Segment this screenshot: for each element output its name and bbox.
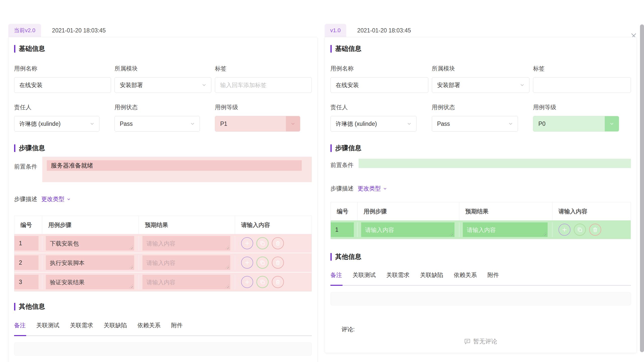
col-header-no: 编号 (331, 202, 357, 220)
tab-underline (14, 335, 312, 336)
section-basic-info: 基础信息 (14, 44, 312, 53)
change-type-link[interactable]: 更改类型 (41, 195, 71, 203)
copy-icon (260, 260, 265, 265)
case-name-input[interactable] (14, 77, 111, 93)
level-select[interactable]: P0 (533, 116, 619, 132)
chevron-down-icon (383, 186, 387, 191)
active-tab-indicator (14, 335, 26, 336)
chevron-down-icon (286, 116, 300, 131)
status-label: 用例状态 (115, 103, 211, 111)
panel-current-version: 当前v2.0 2021-01-20 18:03:45 基础信息 用例名称 所属模… (8, 24, 318, 362)
col-header-no: 编号 (14, 216, 42, 234)
version-diff-modal: 当前v2.0 2021-01-20 18:03:45 基础信息 用例名称 所属模… (0, 24, 644, 362)
status-select[interactable]: Pass (115, 116, 200, 132)
chevron-down-icon (515, 77, 529, 93)
version-timestamp: 2021-01-20 18:03:45 (52, 27, 106, 34)
section-step-info: 步骤信息 (330, 144, 631, 152)
tab-related-defects[interactable]: 关联缺陷 (420, 271, 443, 279)
section-step-info: 步骤信息 (14, 144, 312, 152)
tab-dependencies[interactable]: 依赖关系 (137, 321, 161, 330)
tag-input[interactable] (533, 77, 631, 93)
status-label: 用例状态 (432, 103, 530, 111)
add-row-button[interactable] (241, 276, 253, 288)
copy-row-button[interactable] (256, 237, 269, 249)
level-label: 用例等级 (215, 103, 312, 111)
module-select[interactable]: 安装部署 (115, 77, 211, 93)
version-badge-current: 当前v2.0 (8, 24, 41, 37)
copy-row-button[interactable] (574, 224, 586, 236)
delete-row-button[interactable] (272, 237, 284, 249)
table-row: 3 验证安装结果 (14, 272, 312, 291)
tab-dependencies[interactable]: 依赖关系 (454, 271, 477, 279)
delete-row-button[interactable] (272, 276, 284, 288)
step-textarea[interactable]: 验证安装结果 (46, 275, 134, 289)
change-type-link[interactable]: 更改类型 (358, 185, 387, 192)
table-row: 1 下载安装包 (14, 234, 312, 253)
tab-attachments[interactable]: 附件 (487, 271, 499, 279)
section-other-info: 其他信息 (330, 252, 631, 261)
chevron-down-icon (504, 116, 518, 131)
delete-row-button[interactable] (589, 224, 601, 236)
vertical-scrollbar[interactable] (640, 24, 644, 352)
chevron-down-icon (85, 116, 99, 131)
tag-input[interactable] (215, 77, 312, 93)
section-accent-bar (14, 45, 15, 53)
chevron-down-icon (66, 197, 71, 202)
delete-row-button[interactable] (272, 257, 284, 269)
remark-content-box (330, 292, 631, 305)
step-textarea[interactable]: 下载安装包 (46, 236, 134, 251)
section-accent-bar (330, 45, 332, 53)
col-header-input: 请输入内容 (235, 216, 312, 234)
step-textarea[interactable] (361, 222, 454, 237)
copy-row-button[interactable] (256, 257, 269, 269)
copy-icon (577, 227, 583, 232)
expected-textarea[interactable] (463, 222, 548, 237)
section-accent-bar (14, 303, 15, 310)
chevron-down-icon (197, 77, 211, 93)
precondition-value: 服务器准备就绪 (47, 160, 302, 171)
tab-related-requirements[interactable]: 关联需求 (386, 271, 409, 279)
comment-icon (464, 338, 471, 345)
steps-table: 编号 用例步骤 预期结果 请输入内容 1 (330, 202, 631, 239)
plus-icon (244, 279, 250, 285)
panel-old-version: v1.0 2021-01-20 18:03:45 基础信息 用例名称 所属模块 … (325, 24, 637, 362)
step-textarea[interactable]: 执行安装脚本 (46, 255, 134, 270)
expected-textarea[interactable] (142, 255, 230, 270)
add-row-button[interactable] (558, 224, 571, 236)
level-select[interactable]: P1 (215, 116, 300, 132)
precondition-label: 前置条件 (14, 157, 42, 182)
case-name-label: 用例名称 (14, 65, 111, 72)
tab-related-requirements[interactable]: 关联需求 (70, 321, 93, 330)
precondition-removed-block: 服务器准备就绪 (42, 157, 312, 182)
version-timestamp: 2021-01-20 18:03:45 (357, 27, 411, 34)
tab-attachments[interactable]: 附件 (171, 321, 183, 330)
comment-label: 评论: (342, 326, 631, 333)
section-other-info: 其他信息 (14, 302, 312, 311)
table-row: 2 执行安装脚本 (14, 253, 312, 272)
section-basic-info: 基础信息 (330, 44, 631, 53)
expected-textarea[interactable] (142, 275, 230, 289)
tab-remark[interactable]: 备注 (14, 321, 26, 330)
precondition-added-bar (359, 159, 631, 168)
copy-icon (260, 240, 265, 246)
tab-remark[interactable]: 备注 (330, 271, 342, 279)
status-select[interactable]: Pass (432, 116, 518, 132)
tab-related-tests[interactable]: 关联测试 (36, 321, 59, 330)
module-select[interactable]: 安装部署 (432, 77, 530, 93)
owner-select[interactable]: 许琳德 (xulinde) (14, 116, 99, 132)
case-name-input[interactable] (330, 77, 428, 93)
add-row-button[interactable] (241, 237, 253, 249)
copy-row-button[interactable] (256, 276, 269, 288)
plus-icon (244, 260, 250, 266)
expected-textarea[interactable] (142, 236, 230, 251)
add-row-button[interactable] (241, 257, 253, 269)
tab-related-tests[interactable]: 关联测试 (353, 271, 376, 279)
step-desc-label: 步骤描述 (330, 185, 354, 192)
case-name-label: 用例名称 (330, 65, 428, 72)
chevron-down-icon (605, 116, 619, 131)
tab-related-defects[interactable]: 关联缺陷 (104, 321, 127, 330)
module-label: 所属模块 (115, 65, 211, 72)
owner-label: 责任人 (330, 103, 428, 111)
owner-select[interactable]: 许琳德 (xulinde) (330, 116, 416, 132)
tag-label: 标签 (215, 65, 312, 72)
